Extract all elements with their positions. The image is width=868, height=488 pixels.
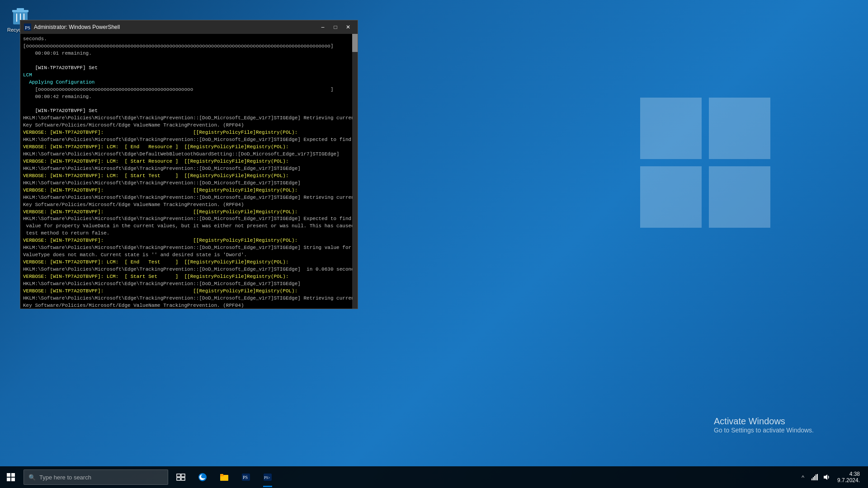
svg-rect-8 (640, 166, 702, 228)
activate-windows-subtitle: Go to Settings to activate Windows. (714, 427, 814, 434)
svg-rect-17 (181, 474, 185, 477)
svg-rect-19 (181, 478, 185, 480)
system-tray: ^ (798, 473, 831, 482)
activate-windows-title: Activate Windows (714, 416, 814, 427)
start-icon (6, 473, 15, 482)
search-icon: 🔍 (28, 474, 36, 481)
svg-rect-23 (220, 474, 223, 475)
tray-sound-icon[interactable] (822, 473, 831, 482)
taskbar-apps: PS PS> (170, 466, 278, 488)
svg-rect-16 (177, 474, 180, 477)
powershell-window: PS Administrator: Windows PowerShell – □… (20, 20, 358, 309)
taskbar-clock[interactable]: 4:38 9.7.2024. (835, 471, 863, 483)
svg-rect-6 (640, 98, 702, 159)
ps-scrollbar-thumb[interactable] (352, 34, 358, 52)
taskbar-app-terminal[interactable]: PS (235, 466, 257, 488)
explorer-icon (219, 472, 229, 482)
svg-text:PS>: PS> (264, 476, 270, 480)
svg-rect-13 (11, 473, 15, 477)
tray-chevron[interactable]: ^ (798, 473, 807, 482)
search-placeholder-text: Type here to search (39, 474, 91, 481)
network-icon (811, 474, 818, 481)
clock-time: 4:38 (849, 471, 860, 477)
svg-marker-33 (824, 474, 827, 480)
svg-rect-14 (7, 478, 10, 481)
desktop: Recycle Bin Activate Windows Go to Setti… (0, 0, 868, 488)
ps-titlebar-text: Administrator: Windows PowerShell (34, 24, 317, 30)
svg-rect-18 (177, 478, 180, 480)
start-button[interactable] (0, 466, 22, 488)
clock-date: 9.7.2024. (837, 477, 860, 483)
powershell-titlebar-icon: PS (24, 23, 31, 31)
taskbar-app-powershell[interactable]: PS> (257, 466, 278, 488)
svg-rect-29 (813, 477, 814, 480)
minimize-button[interactable]: – (317, 23, 329, 32)
tray-network-icon[interactable] (810, 473, 819, 482)
svg-rect-32 (817, 474, 818, 480)
taskbar-search[interactable]: 🔍 Type here to search (24, 469, 168, 485)
terminal-icon: PS (241, 472, 251, 482)
activate-windows: Activate Windows Go to Settings to activ… (714, 416, 814, 434)
svg-text:PS: PS (25, 25, 30, 30)
edge-icon (198, 472, 208, 482)
taskview-icon (176, 473, 185, 482)
svg-text:PS: PS (243, 475, 248, 480)
powershell-taskbar-icon: PS> (263, 472, 273, 482)
ps-titlebar: PS Administrator: Windows PowerShell – □… (20, 20, 358, 34)
svg-rect-9 (709, 166, 770, 228)
taskbar-app-taskview[interactable] (170, 466, 192, 488)
ps-scrollbar[interactable] (352, 34, 358, 309)
svg-rect-30 (814, 476, 815, 480)
svg-rect-2 (17, 8, 24, 10)
svg-rect-15 (11, 478, 15, 481)
svg-rect-12 (7, 473, 10, 477)
svg-rect-7 (709, 98, 770, 159)
ps-content: seconds. [oooooooooooooooooooooooooooooo… (20, 34, 358, 309)
sound-icon (823, 474, 830, 481)
maximize-button[interactable]: □ (330, 23, 341, 32)
close-button[interactable]: ✕ (342, 23, 354, 32)
svg-rect-28 (811, 479, 812, 480)
taskbar-app-edge[interactable] (192, 466, 213, 488)
svg-rect-31 (816, 474, 816, 480)
taskbar-app-explorer[interactable] (213, 466, 235, 488)
taskbar-right: ^ 4:38 (793, 471, 868, 483)
ps-output: seconds. [oooooooooooooooooooooooooooooo… (20, 34, 358, 309)
ps-titlebar-controls: – □ ✕ (317, 23, 354, 32)
windows-logo-watermark (633, 90, 778, 235)
taskbar: 🔍 Type here to search (0, 466, 868, 488)
